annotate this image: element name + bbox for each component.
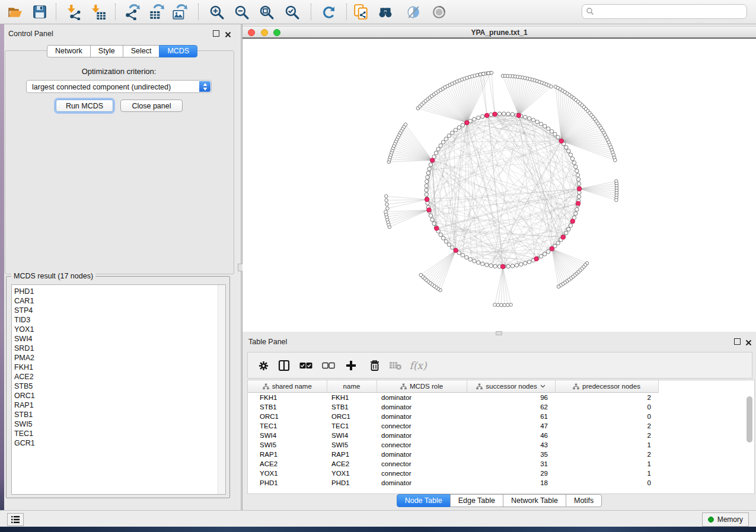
mcds-node[interactable] xyxy=(485,113,489,117)
mcds-result-item[interactable]: STP4 xyxy=(12,306,225,315)
network-node[interactable] xyxy=(570,157,574,161)
network-node[interactable] xyxy=(444,137,448,140)
show-columns-icon[interactable] xyxy=(276,358,292,373)
table-cell[interactable]: 96 xyxy=(467,393,555,403)
satellite-node[interactable] xyxy=(490,71,493,75)
table-cell[interactable]: 1 xyxy=(555,459,658,469)
network-node[interactable] xyxy=(515,264,518,267)
table-cell[interactable]: connector xyxy=(377,421,467,431)
select-all-icon[interactable] xyxy=(298,358,314,373)
deselect-all-icon[interactable] xyxy=(321,358,336,373)
table-row[interactable]: RAP1RAP1dominator352 xyxy=(248,450,754,459)
delete-column-icon[interactable] xyxy=(367,358,382,373)
satellite-node[interactable] xyxy=(419,273,423,277)
zoom-selected-icon[interactable] xyxy=(283,4,300,20)
mcds-node[interactable] xyxy=(550,246,554,251)
search-network-icon[interactable] xyxy=(377,4,394,20)
table-row[interactable]: ACE2ACE2connector311 xyxy=(248,459,754,469)
table-cell[interactable]: 35 xyxy=(467,450,555,459)
satellite-node[interactable] xyxy=(509,303,513,307)
mcds-result-item[interactable]: PHD1 xyxy=(12,287,225,296)
show-graphics-details-icon[interactable] xyxy=(430,4,447,20)
network-node[interactable] xyxy=(577,182,580,185)
network-node[interactable] xyxy=(485,263,489,267)
network-canvas[interactable] xyxy=(243,38,756,332)
network-node[interactable] xyxy=(425,188,428,192)
table-cell[interactable]: YOX1 xyxy=(248,469,327,478)
network-node[interactable] xyxy=(477,116,480,120)
table-cell[interactable]: PHD1 xyxy=(327,478,377,488)
table-cell[interactable]: dominator xyxy=(377,450,467,459)
mcds-node[interactable] xyxy=(427,208,431,212)
network-window-titlebar[interactable]: YPA_prune.txt_1 xyxy=(243,26,756,38)
export-network-icon[interactable] xyxy=(124,4,141,20)
table-cell[interactable]: connector xyxy=(377,440,467,450)
network-node[interactable] xyxy=(506,112,510,116)
task-history-button[interactable] xyxy=(7,513,24,526)
network-node[interactable] xyxy=(473,259,476,263)
table-cell[interactable]: 43 xyxy=(467,440,555,450)
mcds-result-item[interactable]: FKH1 xyxy=(12,363,225,372)
zoom-fit-icon[interactable] xyxy=(258,4,275,20)
table-cell[interactable]: 0 xyxy=(555,402,658,412)
open-file-icon[interactable] xyxy=(7,4,23,20)
table-cell[interactable]: 2 xyxy=(555,450,658,459)
table-row[interactable]: FKH1FKH1dominator962 xyxy=(248,393,754,403)
table-cell[interactable]: dominator xyxy=(377,431,467,440)
network-node[interactable] xyxy=(489,113,493,116)
satellite-node[interactable] xyxy=(615,198,618,202)
result-list-scrollbar[interactable] xyxy=(218,285,225,494)
network-node[interactable] xyxy=(447,243,451,246)
network-node[interactable] xyxy=(451,246,454,249)
table-cell[interactable]: YOX1 xyxy=(327,469,377,478)
mcds-node[interactable] xyxy=(516,113,521,117)
table-cell[interactable]: ORC1 xyxy=(248,412,327,421)
network-node[interactable] xyxy=(439,233,442,236)
network-node[interactable] xyxy=(477,261,480,264)
network-node[interactable] xyxy=(489,264,493,267)
table-cell[interactable]: 47 xyxy=(467,421,555,431)
table-cell[interactable]: 2 xyxy=(555,421,658,431)
tab-select[interactable]: Select xyxy=(123,45,160,57)
network-node[interactable] xyxy=(574,211,578,215)
mcds-node[interactable] xyxy=(435,226,439,230)
satellite-node[interactable] xyxy=(385,195,388,198)
network-node[interactable] xyxy=(493,264,497,268)
satellite-node[interactable] xyxy=(487,72,490,75)
satellite-node[interactable] xyxy=(384,210,388,214)
network-node[interactable] xyxy=(575,169,579,172)
mcds-result-item[interactable]: SWI4 xyxy=(12,334,225,344)
table-cell[interactable]: SWI5 xyxy=(327,440,377,450)
satellite-node[interactable] xyxy=(493,303,497,307)
column-header-predecessor-nodes[interactable]: predecessor nodes xyxy=(555,380,658,393)
mcds-result-item[interactable]: SRD1 xyxy=(12,344,225,353)
network-node[interactable] xyxy=(539,122,543,126)
network-node[interactable] xyxy=(426,175,429,179)
network-node[interactable] xyxy=(547,250,550,254)
mcds-result-item[interactable]: STB5 xyxy=(12,382,225,391)
export-image-icon[interactable] xyxy=(171,4,188,20)
network-node[interactable] xyxy=(444,239,448,243)
mcds-result-item[interactable]: CAR1 xyxy=(12,296,225,306)
table-scrollbar[interactable] xyxy=(747,396,753,491)
table-cell[interactable]: RAP1 xyxy=(327,450,377,459)
tab-node-table[interactable]: Node Table xyxy=(397,494,451,507)
table-cell[interactable]: TEC1 xyxy=(248,421,327,431)
mcds-node[interactable] xyxy=(577,187,581,191)
table-cell[interactable]: SWI4 xyxy=(248,431,327,440)
network-node[interactable] xyxy=(457,126,461,129)
satellite-node[interactable] xyxy=(503,303,506,307)
network-node[interactable] xyxy=(577,178,580,181)
network-node[interactable] xyxy=(569,224,572,227)
tab-motifs[interactable]: Motifs xyxy=(566,494,602,507)
network-node[interactable] xyxy=(434,151,438,155)
float-panel-icon[interactable] xyxy=(213,30,219,37)
network-node[interactable] xyxy=(451,131,454,134)
network-node[interactable] xyxy=(447,134,451,137)
satellite-node[interactable] xyxy=(614,159,617,162)
table-cell[interactable]: FKH1 xyxy=(248,393,327,403)
network-node[interactable] xyxy=(577,195,580,198)
network-node[interactable] xyxy=(426,171,430,175)
search-input[interactable] xyxy=(582,4,747,19)
table-cell[interactable]: 46 xyxy=(467,431,555,440)
